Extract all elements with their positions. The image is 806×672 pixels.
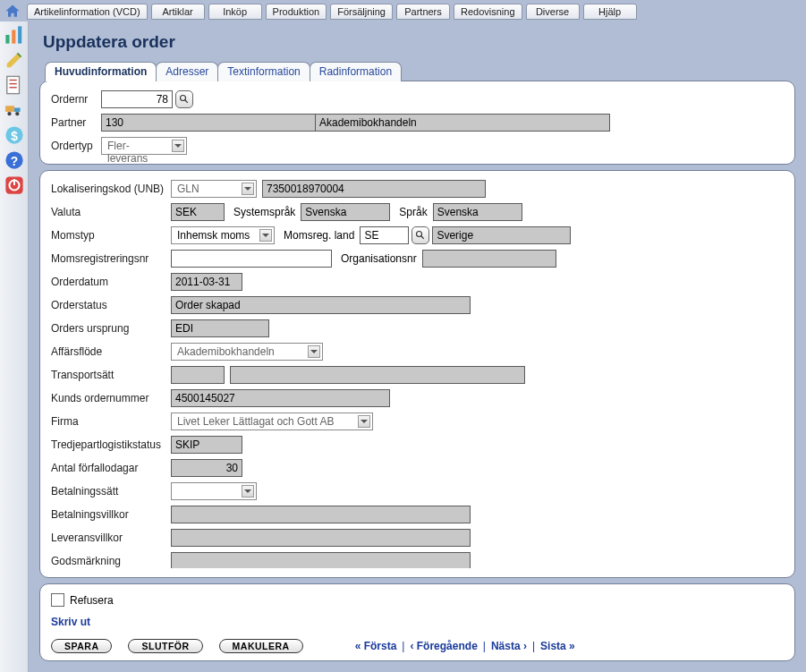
- lokaliseringskod-type-value: GLN: [172, 181, 217, 197]
- svg-rect-3: [6, 76, 19, 93]
- partner-name-input[interactable]: [315, 114, 610, 132]
- transportsatt-name-input[interactable]: [230, 366, 525, 384]
- menu-inkop[interactable]: Inköp: [208, 4, 262, 20]
- kunds-ordernr-input[interactable]: [171, 389, 390, 407]
- momsregland-input[interactable]: [360, 226, 409, 244]
- affarsflode-value: Akademibokhandeln: [172, 344, 293, 360]
- partner-label: Partner: [51, 116, 101, 129]
- tab-textinformation[interactable]: Textinformation: [217, 62, 310, 81]
- tredjepart-input[interactable]: [171, 436, 242, 454]
- momsregland-label: Momsreg. land: [284, 229, 354, 242]
- momstyp-value: Inhemsk moms: [172, 227, 267, 243]
- svg-rect-8: [14, 108, 21, 112]
- orderstatus-label: Orderstatus: [51, 299, 171, 311]
- menu-diverse[interactable]: Diverse: [526, 4, 580, 20]
- spara-button[interactable]: SPARA: [51, 639, 112, 653]
- menu-redovisning[interactable]: Redovisning: [454, 4, 522, 20]
- orgnr-input[interactable]: [422, 250, 556, 268]
- partner-code-input[interactable]: [101, 114, 316, 132]
- page-prev[interactable]: ‹ Föregående: [410, 640, 477, 652]
- chevron-down-icon: [308, 345, 320, 358]
- makulera-button[interactable]: MAKULERA: [219, 639, 303, 653]
- page-title: Uppdatera order: [43, 32, 795, 52]
- leveransvillkor-input[interactable]: [171, 529, 471, 547]
- power-icon[interactable]: [4, 175, 24, 195]
- svg-point-18: [181, 96, 186, 101]
- svg-rect-2: [18, 26, 21, 43]
- orderdatum-label: Orderdatum: [51, 276, 171, 288]
- momsregland-lookup-icon[interactable]: [411, 226, 429, 244]
- upper-panel: Ordernr Partner Ordertyp Fler-leverans: [39, 81, 795, 165]
- orderstatus-input[interactable]: [171, 296, 471, 314]
- svg-text:?: ?: [10, 155, 17, 168]
- page-last[interactable]: Sista »: [540, 640, 575, 652]
- page-first[interactable]: « Första: [355, 640, 397, 652]
- svg-line-19: [185, 100, 188, 103]
- antal-forfall-input[interactable]: [171, 459, 242, 477]
- transportsatt-code-input[interactable]: [171, 366, 225, 384]
- form-panel: Lokaliseringskod (UNB) GLN Valuta System…: [39, 170, 795, 578]
- edit-icon[interactable]: [4, 50, 24, 70]
- momsregnr-input[interactable]: [171, 250, 332, 268]
- tab-radinformation[interactable]: Radinformation: [310, 62, 402, 81]
- momstyp-label: Momstyp: [51, 229, 171, 242]
- ordernr-lookup-icon[interactable]: [175, 90, 193, 108]
- tab-huvudinformation[interactable]: Huvudinformation: [45, 62, 157, 81]
- help-icon[interactable]: ?: [4, 150, 24, 170]
- antal-forfall-label: Antal förfallodagar: [51, 462, 171, 474]
- tab-adresser[interactable]: Adresser: [156, 62, 218, 81]
- momstyp-select[interactable]: Inhemsk moms: [171, 226, 275, 244]
- chart-icon[interactable]: [4, 25, 24, 45]
- betalningssatt-select[interactable]: [171, 482, 257, 500]
- lokaliseringskod-type-select[interactable]: GLN: [171, 180, 257, 198]
- tredjepart-label: Tredjepartlogistikstatus: [51, 438, 171, 451]
- sep: |: [402, 640, 404, 652]
- svg-rect-7: [5, 106, 14, 113]
- refusera-checkbox[interactable]: [51, 593, 64, 607]
- lokaliseringskod-input[interactable]: [262, 180, 486, 198]
- svg-text:$: $: [11, 130, 18, 143]
- skriv-ut-link[interactable]: Skriv ut: [51, 616, 784, 628]
- menu-artikelinformation[interactable]: Artikelinformation (VCD): [27, 4, 148, 20]
- truck-icon[interactable]: [4, 100, 24, 120]
- tab-row: Huvudinformation Adresser Textinformatio…: [45, 62, 795, 81]
- chevron-down-icon: [242, 485, 254, 498]
- menu-forsaljning[interactable]: Försäljning: [330, 4, 393, 20]
- money-icon[interactable]: $: [4, 125, 24, 145]
- menu-partners[interactable]: Partners: [396, 4, 450, 20]
- sep: |: [532, 640, 535, 652]
- sprak-input[interactable]: [433, 203, 522, 221]
- bottom-panel: Refusera Skriv ut SPARA SLUTFÖR MAKULERA…: [39, 583, 795, 661]
- firma-select[interactable]: Livet Leker Lättlagat och Gott AB: [171, 413, 373, 430]
- orgnr-label: Organisationsnr: [341, 252, 417, 265]
- valuta-label: Valuta: [51, 206, 171, 218]
- sep: |: [483, 640, 486, 652]
- godsmarkning-label: Godsmärkning: [51, 555, 171, 567]
- affarsflode-select[interactable]: Akademibokhandeln: [171, 343, 323, 361]
- systemsprak-label: Systemspråk: [233, 206, 295, 218]
- svg-rect-0: [5, 35, 9, 44]
- form-scroll[interactable]: Lokaliseringskod (UNB) GLN Valuta System…: [51, 180, 791, 568]
- svg-point-10: [15, 112, 19, 115]
- leveransvillkor-label: Leveransvillkor: [51, 532, 171, 544]
- momsregland-name: [432, 226, 571, 244]
- betalningssatt-value: [172, 489, 195, 493]
- menu-hjalp[interactable]: Hjälp: [583, 4, 637, 20]
- orderdatum-input[interactable]: [171, 273, 242, 291]
- betalningssatt-label: Betalningssätt: [51, 485, 171, 498]
- menu-produktion[interactable]: Produktion: [266, 4, 327, 20]
- slutfor-button[interactable]: SLUTFÖR: [128, 639, 202, 653]
- betalningsvillkor-input[interactable]: [171, 506, 471, 523]
- orders-ursprung-input[interactable]: [171, 319, 269, 337]
- home-icon[interactable]: [4, 3, 21, 21]
- ordertyp-select[interactable]: Fler-leverans: [101, 137, 187, 155]
- godsmarkning-input[interactable]: [171, 552, 471, 568]
- valuta-input[interactable]: [171, 203, 225, 221]
- orders-ursprung-label: Orders ursprung: [51, 322, 171, 335]
- menu-artiklar[interactable]: Artiklar: [151, 4, 205, 20]
- document-icon[interactable]: [4, 75, 24, 95]
- affarsflode-label: Affärsflöde: [51, 345, 171, 358]
- page-next[interactable]: Nästa ›: [491, 640, 527, 652]
- ordernr-input[interactable]: [101, 90, 173, 108]
- systemsprak-input[interactable]: [301, 203, 390, 221]
